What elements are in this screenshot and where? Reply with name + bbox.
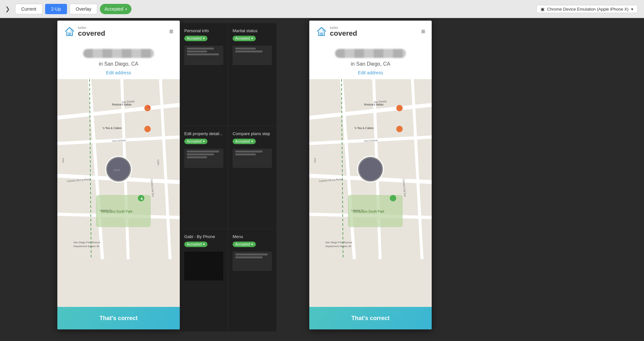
current-tab[interactable]: Current [15, 4, 43, 14]
svg-text:▲: ▲ [140, 196, 144, 200]
overlay-card-5-chevron: ▾ [203, 242, 205, 246]
svg-point-24 [144, 126, 151, 132]
device-chevron-icon: ▾ [631, 7, 633, 12]
overlay-card-3-badge: Accepted ▾ [184, 139, 207, 144]
preview-line [235, 253, 268, 255]
left-logo-text: keller covered [78, 26, 105, 37]
overlay-card-3-chevron: ▾ [203, 139, 205, 143]
back-arrow-icon[interactable]: ❯ [5, 5, 10, 13]
right-address-city: in San Diego, CA [351, 61, 390, 67]
left-name-bar [83, 49, 154, 58]
svg-point-57 [390, 195, 396, 201]
right-logo-covered: covered [330, 30, 357, 37]
left-logo-house-icon [64, 26, 75, 37]
left-hamburger-icon[interactable]: ≡ [169, 27, 173, 36]
preview-line [235, 256, 263, 258]
svg-point-53 [396, 105, 403, 111]
device-icon: ▣ [541, 7, 544, 12]
overlay-card-1-chevron: ▾ [203, 36, 205, 41]
left-edit-address-link[interactable]: Edit address [106, 70, 131, 75]
right-edit-address-link[interactable]: Edit address [358, 70, 383, 75]
svg-text:photo: photo [114, 169, 120, 171]
accepted-label: Accepted [104, 6, 123, 12]
preview-line [235, 151, 263, 152]
preview-line [187, 153, 214, 155]
overlay-card-3-preview [184, 149, 223, 168]
overlay-card-4-preview [233, 149, 272, 168]
overlay-card-6-preview [233, 252, 272, 271]
main-area: keller covered ≡ in San Diego, CA Edit a… [0, 18, 644, 341]
left-address-section: in San Diego, CA Edit address [57, 42, 180, 79]
svg-point-35 [322, 29, 325, 32]
svg-rect-1 [68, 33, 71, 36]
svg-text:Verrazano South Park: Verrazano South Park [353, 210, 385, 213]
overlay-card-6-title: Menu [233, 234, 272, 239]
overlay-card-1-title: Personal info [184, 28, 223, 33]
right-hamburger-icon[interactable]: ≡ [421, 27, 425, 36]
left-address-city: in San Diego, CA [99, 61, 139, 67]
overlay-card-marital-status: Marital status Accepted ▾ [228, 23, 276, 126]
right-phone: keller covered ≡ in San Diego, CA Edit a… [309, 21, 432, 329]
right-address-section: in San Diego, CA Edit address [309, 42, 432, 79]
left-correct-button[interactable]: That's correct [57, 307, 180, 329]
svg-text:📍: 📍 [146, 106, 151, 110]
toolbar: ❯ Current 2-Up Overlay Accepted ▾ ▣ Chro… [0, 0, 644, 18]
overlay-tab[interactable]: Overlay [70, 4, 97, 14]
left-header: keller covered ≡ [57, 21, 180, 42]
svg-text:San Diego Fire-Rescue: San Diego Fire-Rescue [325, 241, 352, 244]
preview-line [187, 48, 214, 50]
overlay-card-gabi: Gabi - By Phone Accepted ▾ [180, 229, 228, 332]
right-phone-wrap: keller covered ≡ in San Diego, CA Edit a… [303, 18, 432, 329]
left-logo: keller covered [64, 26, 105, 37]
overlay-card-4-chevron: ▾ [251, 139, 253, 143]
svg-point-55 [396, 126, 403, 132]
preview-line [187, 156, 207, 158]
overlay-card-2-chevron: ▾ [251, 36, 253, 41]
left-map: Via Fiesta Via Cortona nica Camino De La… [57, 79, 180, 307]
overlay-card-2-title: Marital status [233, 28, 272, 33]
preview-line [235, 48, 256, 50]
right-name-bar [335, 49, 406, 58]
overlay-card-5-preview [184, 252, 223, 281]
left-phone: keller covered ≡ in San Diego, CA Edit a… [57, 21, 180, 329]
overlay-card-1-preview [184, 46, 223, 65]
overlay-panel: Personal info Accepted ▾ Marital status … [180, 23, 276, 332]
overlay-card-4-title: Compare plans step [233, 131, 272, 136]
overlay-card-personal-info: Personal info Accepted ▾ [180, 23, 228, 126]
svg-text:San Diego Fire-Rescue: San Diego Fire-Rescue [73, 241, 101, 244]
right-map-svg: Via Fiesta Via Cortona nica Camino De La… [309, 79, 432, 259]
svg-text:Rosina's Italian: Rosina's Italian [364, 103, 384, 106]
device-label: Chrome Device Emulation (Apple iPhone X) [547, 7, 629, 12]
preview-line [187, 53, 219, 55]
svg-text:nica: nica [313, 158, 316, 163]
overlay-card-5-badge: Accepted ▾ [184, 242, 207, 247]
device-selector[interactable]: ▣ Chrome Device Emulation (Apple iPhone … [536, 5, 638, 13]
svg-rect-59 [359, 158, 382, 180]
overlay-card-1-badge: Accepted ▾ [184, 36, 207, 41]
preview-line [235, 153, 256, 155]
svg-text:Department Station 46: Department Station 46 [325, 245, 351, 248]
overlay-card-2-preview [233, 46, 272, 65]
svg-text:'s Tea & Cakes: 's Tea & Cakes [354, 126, 374, 130]
overlay-card-compare: Compare plans step Accepted ▾ [228, 126, 276, 229]
svg-text:Verrazano South Park: Verrazano South Park [101, 210, 133, 213]
accepted-button[interactable]: Accepted ▾ [100, 4, 131, 14]
overlay-card-3-title: Edit property detail... [184, 131, 223, 136]
twoup-tab[interactable]: 2-Up [45, 4, 67, 14]
preview-line [235, 51, 263, 52]
right-logo-house-icon [316, 26, 327, 37]
svg-point-2 [70, 29, 73, 32]
overlay-card-property: Edit property detail... Accepted ▾ [180, 126, 228, 229]
svg-text:nica: nica [62, 158, 64, 163]
overlay-card-6-chevron: ▾ [251, 242, 253, 246]
overlay-card-2-badge: Accepted ▾ [233, 36, 256, 41]
preview-line [187, 151, 219, 152]
svg-text:Rosina's Italian: Rosina's Italian [112, 103, 132, 106]
svg-text:Department Station 46: Department Station 46 [73, 245, 100, 248]
svg-rect-34 [320, 33, 323, 36]
left-logo-covered: covered [78, 30, 105, 37]
overlay-card-5-title: Gabi - By Phone [184, 234, 223, 239]
left-map-svg: Via Fiesta Via Cortona nica Camino De La… [57, 79, 180, 259]
right-correct-button[interactable]: That's correct [309, 307, 432, 329]
overlay-card-4-badge: Accepted ▾ [233, 139, 256, 144]
